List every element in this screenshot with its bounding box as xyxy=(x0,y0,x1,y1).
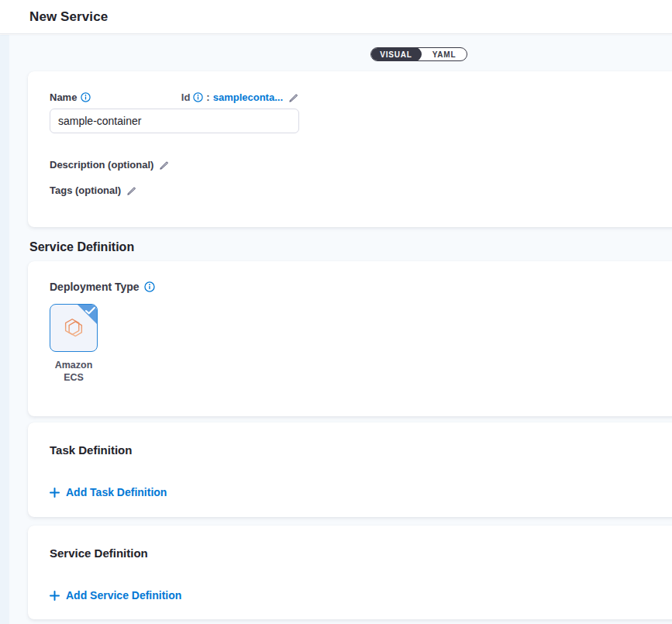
description-label: Description (optional) xyxy=(50,159,153,171)
left-gutter xyxy=(0,35,9,624)
amazon-ecs-label: Amazon ECS xyxy=(50,359,98,384)
id-row: Id : sampleconta... xyxy=(181,91,299,103)
main-area: VISUAL YAML Name Id xyxy=(0,35,672,624)
task-definition-heading: Task Definition xyxy=(50,443,672,457)
tags-optional-row: Tags (optional) xyxy=(50,184,137,196)
overview-card: Name Id : xyxy=(28,71,672,227)
tags-label: Tags (optional) xyxy=(50,184,121,196)
service-name-input[interactable] xyxy=(50,109,299,133)
description-optional-row: Description (optional) xyxy=(50,159,170,171)
id-separator: : xyxy=(206,91,209,103)
page-header: New Service xyxy=(0,0,672,34)
service-definition-heading: Service Definition xyxy=(50,546,672,560)
tags-edit-pencil-icon[interactable] xyxy=(126,185,137,196)
name-label: Name xyxy=(50,91,77,103)
toggle-yaml[interactable]: YAML xyxy=(422,48,467,60)
add-task-definition-label: Add Task Definition xyxy=(66,486,167,498)
add-task-definition-button[interactable]: Add Task Definition xyxy=(50,486,167,498)
service-definition-section-heading: Service Definition xyxy=(29,240,134,254)
deployment-type-label: Deployment Type xyxy=(50,281,140,293)
id-info-icon[interactable] xyxy=(193,92,203,102)
toggle-visual[interactable]: VISUAL xyxy=(370,47,422,61)
deployment-option-amazon-ecs: Amazon ECS xyxy=(50,304,98,384)
add-service-definition-button[interactable]: Add Service Definition xyxy=(50,589,181,602)
id-edit-pencil-icon[interactable] xyxy=(288,92,299,103)
name-id-row: Name Id : xyxy=(50,91,299,103)
plus-icon xyxy=(50,488,60,498)
plus-icon xyxy=(50,591,60,601)
visual-yaml-toggle[interactable]: VISUAL YAML xyxy=(370,47,467,61)
task-definition-card: Task Definition Add Task Definition xyxy=(28,422,672,517)
name-info-icon[interactable] xyxy=(81,92,91,102)
name-label-group: Name xyxy=(50,91,91,103)
id-value[interactable]: sampleconta... xyxy=(213,91,283,103)
deployment-type-info-icon[interactable] xyxy=(144,281,155,292)
add-service-definition-label: Add Service Definition xyxy=(66,589,181,602)
selected-check-icon xyxy=(85,307,95,315)
deployment-type-label-group: Deployment Type xyxy=(50,281,155,293)
deployment-type-card: Deployment Type xyxy=(28,261,672,416)
page-title: New Service xyxy=(29,9,108,25)
id-label: Id xyxy=(181,91,191,103)
description-edit-pencil-icon[interactable] xyxy=(159,160,170,171)
service-definition-card: Service Definition Add Service Definitio… xyxy=(28,526,672,619)
amazon-ecs-tile[interactable] xyxy=(50,304,98,352)
